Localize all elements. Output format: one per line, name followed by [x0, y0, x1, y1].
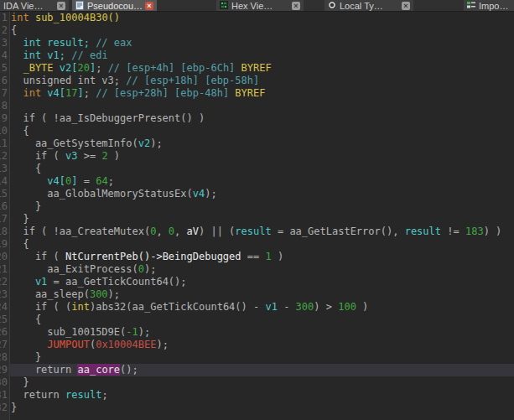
code-line[interactable]: 4 int v1; // edi	[0, 49, 514, 62]
code-line-text[interactable]: }	[8, 351, 514, 364]
line-number: 3	[0, 37, 8, 49]
code-line-text[interactable]: {	[8, 314, 514, 326]
line-number: 24	[0, 301, 8, 314]
code-line[interactable]: 25 {	[0, 314, 514, 326]
code-line[interactable]: 6 unsigned int v3; // [esp+18h] [ebp-58h…	[0, 75, 514, 87]
code-line[interactable]: 32 }	[0, 402, 514, 414]
code-line-text[interactable]: aa_ExitProcess(0);	[8, 263, 514, 276]
code-line[interactable]: 29 return aa_core();	[0, 364, 514, 376]
code-line[interactable]: 7 int v4[17]; // [esp+28h] [ebp-48h] BYR…	[0, 87, 514, 100]
code-line-text[interactable]: {	[8, 238, 514, 251]
code-line-text[interactable]: if ( !aa_IsDebuggerPresent() )	[8, 112, 514, 125]
code-line[interactable]: 13 {	[0, 163, 514, 175]
code-line[interactable]: 21 aa_ExitProcess(0);	[0, 263, 514, 276]
code-line[interactable]: 14 v4[0] = 64;	[0, 175, 514, 188]
code-line[interactable]: 22 v1 = aa_GetTickCount64();	[0, 276, 514, 288]
code-line[interactable]: 23 aa_sleep(300);	[0, 288, 514, 301]
line-number: 29	[0, 364, 8, 376]
tab-ida-view[interactable]: IDA Vie… ×	[0, 0, 69, 11]
code-line-text[interactable]: {	[8, 24, 514, 37]
code-line[interactable]: 9 if ( !aa_IsDebuggerPresent() )	[0, 112, 514, 125]
code-line[interactable]: 18 if ( !aa_CreateMutex(0, 0, aV) || (re…	[0, 226, 514, 238]
line-number: 17	[0, 213, 8, 226]
line-number: 22	[0, 276, 8, 288]
code-line-text[interactable]: aa_GlobalMemoryStatusEx(v4);	[8, 188, 514, 200]
code-line[interactable]: 12 if ( v3 >= 2 )	[0, 150, 514, 163]
code-line-text[interactable]: return aa_core();	[8, 364, 514, 376]
close-icon[interactable]: ×	[402, 2, 410, 10]
code-line-text[interactable]: JUMPOUT(0x10004BEE);	[8, 339, 514, 351]
line-number: 4	[0, 49, 8, 62]
close-icon[interactable]: ×	[292, 2, 300, 10]
code-line[interactable]: 31 return result;	[0, 389, 514, 402]
code-line-text[interactable]: {	[8, 125, 514, 137]
line-number: 2	[0, 24, 8, 37]
code-line[interactable]: 30 }	[0, 376, 514, 389]
code-line[interactable]: 10 {	[0, 125, 514, 137]
line-number: 15	[0, 188, 8, 200]
code-line-text[interactable]	[8, 100, 514, 112]
code-line[interactable]: 17 }	[0, 213, 514, 226]
tab-imports[interactable]: Impo…	[464, 0, 514, 11]
line-number: 27	[0, 339, 8, 351]
code-line[interactable]: 15 aa_GlobalMemoryStatusEx(v4);	[0, 188, 514, 200]
code-line-text[interactable]: int v1; // edi	[8, 49, 514, 62]
code-line-text[interactable]: }	[8, 376, 514, 389]
line-number: 23	[0, 288, 8, 301]
code-line-text[interactable]: }	[8, 402, 514, 414]
tab-label: Local Ty…	[340, 1, 398, 11]
code-line[interactable]: 1 int sub_10004B30()	[0, 12, 514, 24]
line-number: 30	[0, 376, 8, 389]
code-line-text[interactable]: }	[8, 213, 514, 226]
code-line[interactable]: 16 }	[0, 200, 514, 213]
tab-bar: IDA Vie… × Pseudocou… × Hex Vie… × Local…	[0, 0, 514, 12]
line-number: 14	[0, 175, 8, 188]
code-line-text[interactable]: if ( v3 >= 2 )	[8, 150, 514, 163]
code-line-text[interactable]: }	[8, 200, 514, 213]
pseudocode-icon	[75, 1, 84, 10]
code-line[interactable]: 28 }	[0, 351, 514, 364]
code-line[interactable]: 24 if ( (int)abs32(aa_GetTickCount64() -…	[0, 301, 514, 314]
code-line-text[interactable]: if ( (int)abs32(aa_GetTickCount64() - v1…	[8, 301, 514, 314]
code-line[interactable]: 27 JUMPOUT(0x10004BEE);	[0, 339, 514, 351]
code-line[interactable]: 26 sub_10015D9E(-1);	[0, 326, 514, 339]
code-line-text[interactable]: return result;	[8, 389, 514, 402]
code-line-text[interactable]: if ( !aa_CreateMutex(0, 0, aV) || (resul…	[8, 226, 514, 238]
imports-icon	[467, 1, 475, 10]
line-number: 10	[0, 125, 8, 137]
code-line-text[interactable]: int result; // eax	[8, 37, 514, 49]
close-icon[interactable]: ×	[57, 2, 65, 10]
code-line-text[interactable]: v4[0] = 64;	[8, 175, 514, 188]
code-line[interactable]: 8	[0, 100, 514, 112]
code-line-text[interactable]: int v4[17]; // [esp+28h] [ebp-48h] BYREF	[8, 87, 514, 100]
tab-hex-view[interactable]: Hex Vie… ×	[216, 0, 304, 11]
code-line-text[interactable]: sub_10015D9E(-1);	[8, 326, 514, 339]
code-line-text[interactable]: unsigned int v3; // [esp+18h] [ebp-58h]	[8, 75, 514, 87]
code-line-text[interactable]: _BYTE v2[20]; // [esp+4h] [ebp-6Ch] BYRE…	[8, 62, 514, 75]
code-line[interactable]: 3 int result; // eax	[0, 37, 514, 49]
line-number: 28	[0, 351, 8, 364]
line-number: 6	[0, 75, 8, 87]
code-line-text[interactable]: int sub_10004B30()	[8, 12, 514, 24]
tab-pseudocode[interactable]: Pseudocou… ×	[72, 0, 157, 11]
line-number: 20	[0, 251, 8, 263]
line-number: 8	[0, 100, 8, 112]
code-line-text[interactable]: v1 = aa_GetTickCount64();	[8, 276, 514, 288]
code-line-text[interactable]: aa_sleep(300);	[8, 288, 514, 301]
code-line-text[interactable]: if ( NtCurrentPeb()->BeingDebugged == 1 …	[8, 251, 514, 263]
code-line[interactable]: 2 {	[0, 24, 514, 37]
line-number: 19	[0, 238, 8, 251]
code-line[interactable]: 5 _BYTE v2[20]; // [esp+4h] [ebp-6Ch] BY…	[0, 62, 514, 75]
tab-local-types[interactable]: Local Ty… ×	[324, 0, 413, 11]
tab-label: IDA Vie…	[3, 1, 54, 11]
code-line-text[interactable]: aa_GetSystemInfo(v2);	[8, 137, 514, 150]
code-line[interactable]: 19 {	[0, 238, 514, 251]
line-number: 11	[0, 137, 8, 150]
line-number: 1	[0, 12, 8, 24]
line-number: 9	[0, 112, 8, 125]
code-line[interactable]: 20 if ( NtCurrentPeb()->BeingDebugged ==…	[0, 251, 514, 263]
close-icon[interactable]: ×	[145, 2, 153, 10]
code-line[interactable]: 11 aa_GetSystemInfo(v2);	[0, 137, 514, 150]
tab-label: Impo…	[479, 1, 514, 11]
code-line-text[interactable]: {	[8, 163, 514, 175]
